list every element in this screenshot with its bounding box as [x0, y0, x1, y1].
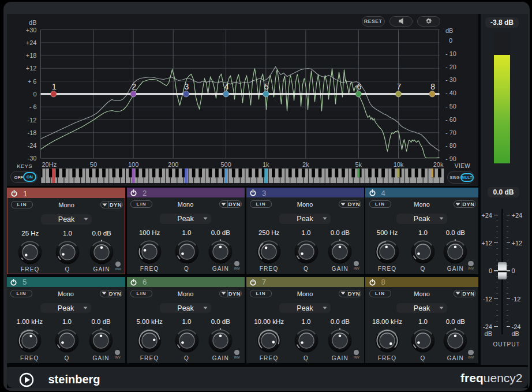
svg-text:500: 500	[220, 161, 231, 168]
svg-text:dB: dB	[445, 27, 453, 33]
svg-text:0: 0	[33, 90, 36, 97]
svg-text:- 30: - 30	[445, 76, 456, 83]
svg-text:2: 2	[132, 82, 136, 91]
svg-text:0: 0	[449, 37, 452, 44]
svg-text:7: 7	[396, 82, 401, 91]
svg-text:+12: +12	[25, 65, 36, 72]
svg-text:20k: 20k	[433, 161, 443, 168]
svg-text:+18: +18	[25, 52, 36, 59]
svg-text:1k: 1k	[262, 161, 269, 168]
svg-text:2k: 2k	[302, 161, 309, 168]
svg-text:- 40: - 40	[445, 89, 456, 96]
svg-text:50: 50	[89, 161, 96, 168]
svg-text:5k: 5k	[355, 161, 362, 168]
svg-text:- 60: - 60	[445, 115, 456, 122]
svg-text:-18: -18	[27, 129, 36, 136]
svg-text:- 50: - 50	[445, 103, 456, 110]
svg-text:1: 1	[51, 82, 56, 91]
svg-text:5: 5	[264, 82, 268, 91]
svg-text:3: 3	[184, 82, 189, 91]
svg-text:6: 6	[357, 82, 361, 91]
svg-text:10k: 10k	[393, 161, 403, 168]
svg-text:dB: dB	[29, 18, 36, 25]
svg-text:20Hz: 20Hz	[42, 161, 57, 168]
svg-text:100: 100	[128, 161, 138, 168]
svg-text:+30: +30	[25, 26, 36, 33]
svg-text:- 20: - 20	[445, 63, 456, 70]
svg-text:4: 4	[224, 82, 228, 91]
svg-text:- 10: - 10	[445, 50, 456, 57]
svg-text:- 90: - 90	[445, 155, 456, 162]
svg-text:- 6: - 6	[29, 103, 36, 110]
svg-text:-12: -12	[27, 116, 36, 123]
svg-text:+24: +24	[25, 39, 36, 46]
svg-text:- 70: - 70	[445, 129, 456, 136]
svg-text:8: 8	[430, 82, 435, 91]
svg-text:-24: -24	[27, 142, 36, 149]
svg-text:- 80: - 80	[445, 142, 456, 149]
svg-text:-30: -30	[27, 155, 36, 162]
svg-text:200: 200	[168, 161, 178, 168]
svg-text:+ 6: + 6	[27, 77, 36, 84]
